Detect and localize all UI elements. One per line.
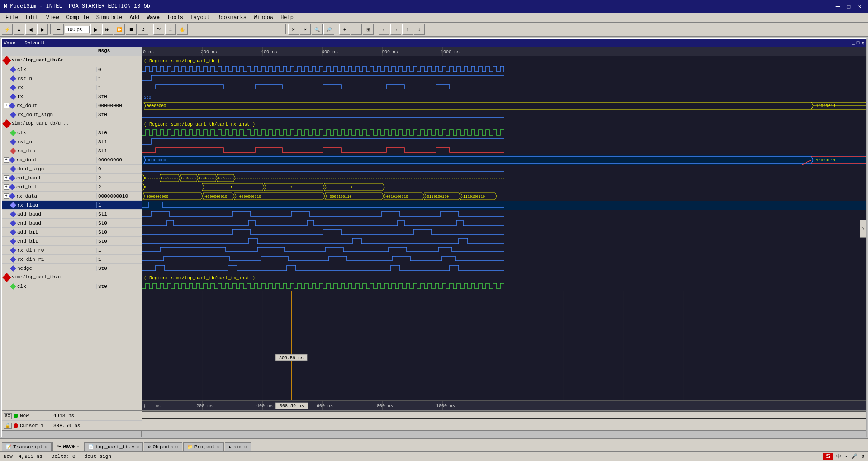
rxdata-expand[interactable]: + bbox=[4, 193, 9, 199]
sig-row-cntbit[interactable]: + cnt_bit 2 bbox=[2, 183, 142, 192]
tb-wave-btn[interactable]: 〜 bbox=[153, 24, 164, 35]
menu-layout[interactable]: Layout bbox=[187, 14, 213, 22]
waveform-svg[interactable]: 0 ns 200 ns 400 ns 600 ns 800 ns 1000 ns bbox=[142, 47, 866, 400]
now-controls[interactable]: ax Now bbox=[2, 413, 52, 419]
tb-arrow2-btn[interactable]: → bbox=[390, 24, 401, 35]
tb-wave2-btn[interactable]: ≈ bbox=[165, 24, 176, 35]
menu-wave[interactable]: Wave bbox=[143, 14, 163, 22]
tb-arrow1-btn[interactable]: ← bbox=[379, 24, 389, 35]
tb-arrow4-btn[interactable]: ↓ bbox=[414, 24, 425, 35]
group-row-2[interactable]: sim:/top_uart_tb/u... bbox=[2, 119, 142, 128]
tab-wave[interactable]: 〜 Wave ✕ bbox=[52, 442, 83, 451]
tb-zoomout-btn[interactable]: - bbox=[351, 24, 362, 35]
tab-wave-close[interactable]: ✕ bbox=[76, 444, 79, 449]
sig-row-rstn2[interactable]: rst_n St1 bbox=[2, 137, 142, 146]
tb-zoomin-btn[interactable]: + bbox=[339, 24, 350, 35]
sig-row-clk2[interactable]: clk St0 bbox=[2, 128, 142, 137]
tb-zoom-btn[interactable]: 🔍 bbox=[312, 24, 323, 35]
tab-project[interactable]: 📁 Project ✕ bbox=[183, 442, 224, 451]
menu-bookmarks[interactable]: Bookmarks bbox=[213, 14, 250, 22]
minimize-button[interactable]: — bbox=[833, 2, 842, 11]
tab-sim[interactable]: ▶ sim ✕ bbox=[225, 442, 251, 451]
tb-run-btn[interactable]: ▶ bbox=[90, 24, 101, 35]
rxdout2-expand[interactable]: + bbox=[4, 157, 9, 163]
cntbaud-expand[interactable]: + bbox=[4, 175, 9, 181]
menu-view[interactable]: View bbox=[43, 14, 63, 22]
menu-edit[interactable]: Edit bbox=[22, 14, 43, 22]
sig-row-doutsign[interactable]: dout_sign 0 bbox=[2, 165, 142, 174]
tb-step-btn[interactable]: ⏭ bbox=[102, 24, 113, 35]
sig-row-tx1[interactable]: tx St0 bbox=[2, 92, 142, 101]
group-row-3[interactable]: sim:/top_uart_tb/u... bbox=[2, 273, 142, 282]
tb-zoomfit-btn[interactable]: ⊞ bbox=[363, 24, 374, 35]
tb-stop-btn[interactable]: ⏹ bbox=[126, 24, 137, 35]
menu-help[interactable]: Help bbox=[277, 14, 297, 22]
group-row-1[interactable]: sim:/top_uart_tb/Gr... bbox=[2, 56, 142, 65]
tb-arrow3-btn[interactable]: ↑ bbox=[402, 24, 413, 35]
sig-row-nedge[interactable]: nedge St0 bbox=[2, 264, 142, 273]
sig-row-rxdoutsign1[interactable]: rx_dout_sign St0 bbox=[2, 110, 142, 119]
tab-project-close[interactable]: ✕ bbox=[217, 444, 220, 450]
sig-row-clk1[interactable]: clk 0 bbox=[2, 65, 142, 74]
sig-row-rstn1[interactable]: rst_n 1 bbox=[2, 74, 142, 83]
sig-row-rxdinr1[interactable]: rx_din_r1 1 bbox=[2, 255, 142, 264]
left-scrollbar[interactable] bbox=[2, 431, 142, 437]
sig-row-rxdout2[interactable]: + rx_dout 00000000 bbox=[2, 155, 142, 165]
tab-sim-close[interactable]: ✕ bbox=[244, 444, 247, 450]
wave-win-min[interactable]: _ bbox=[852, 40, 855, 46]
menu-simulate[interactable]: Simulate bbox=[93, 14, 126, 22]
right-scroll-track[interactable] bbox=[142, 431, 866, 437]
sig-row-rxdout1[interactable]: + rx_dout 00000000 bbox=[2, 101, 142, 110]
left-scroll-track[interactable] bbox=[2, 431, 142, 437]
window-controls[interactable]: — ❐ ✕ bbox=[833, 2, 864, 11]
tb-zoom2-btn[interactable]: 🔎 bbox=[323, 24, 334, 35]
sig-row-rxdinr0[interactable]: rx_din_r0 1 bbox=[2, 246, 142, 255]
waveform-svg-container[interactable]: 0 ns 200 ns 400 ns 600 ns 800 ns 1000 ns bbox=[142, 47, 866, 400]
h-scrollbar[interactable] bbox=[142, 418, 866, 424]
sig-row-addbit[interactable]: add_bit St0 bbox=[2, 228, 142, 237]
tab-top-uart-close[interactable]: ✕ bbox=[136, 444, 139, 450]
tab-objects[interactable]: ⚙ Objects ✕ bbox=[144, 442, 182, 451]
sig-row-clk3[interactable]: clk St0 bbox=[2, 282, 142, 291]
panel-collapse-btn[interactable]: ❯ bbox=[860, 220, 866, 238]
wave-win-controls[interactable]: _ □ ✕ bbox=[852, 40, 864, 46]
tb-cursor2-btn[interactable]: ✂ bbox=[300, 24, 311, 35]
close-button[interactable]: ✕ bbox=[855, 2, 864, 11]
tb-cursor1-btn[interactable]: ✂ bbox=[288, 24, 299, 35]
cursor1-controls[interactable]: 🔒 Cursor 1 bbox=[2, 423, 52, 429]
tb-back-btn[interactable]: ◀ bbox=[25, 24, 36, 35]
restore-button[interactable]: ❐ bbox=[844, 2, 853, 11]
tb-connect-btn[interactable]: ⚡ bbox=[2, 24, 13, 35]
sig-row-rxdin[interactable]: rx_din St1 bbox=[2, 146, 142, 155]
tab-transcript[interactable]: 📝 Transcript ✕ bbox=[2, 442, 52, 451]
menu-add[interactable]: Add bbox=[126, 14, 143, 22]
right-scrollbar[interactable] bbox=[142, 431, 866, 437]
tb-list-btn[interactable]: ☰ bbox=[53, 24, 64, 35]
menu-compile[interactable]: Compile bbox=[62, 14, 92, 22]
tb-step2-btn[interactable]: ⏩ bbox=[114, 24, 125, 35]
sig-row-rxflag[interactable]: rx_flag 1 bbox=[2, 201, 142, 210]
tab-objects-close[interactable]: ✕ bbox=[175, 444, 178, 450]
tab-transcript-close[interactable]: ✕ bbox=[45, 444, 47, 450]
menu-window[interactable]: Window bbox=[250, 14, 277, 22]
ax-toggle[interactable]: ax bbox=[4, 413, 12, 419]
sig-row-addbaud[interactable]: add_baud St1 bbox=[2, 210, 142, 219]
sig-row-cntbaud[interactable]: + cnt_baud 2 bbox=[2, 174, 142, 183]
tab-top-uart[interactable]: 📄 top_uart_tb.v ✕ bbox=[84, 442, 143, 451]
sig-row-rxdata[interactable]: + rx_data 0000000010 bbox=[2, 192, 142, 201]
wave-win-max[interactable]: □ bbox=[857, 40, 860, 46]
rxdout1-expand[interactable]: + bbox=[4, 103, 9, 108]
sig-row-endbit[interactable]: end_bit St0 bbox=[2, 237, 142, 246]
time-input[interactable] bbox=[65, 26, 90, 33]
cntbit-expand[interactable]: + bbox=[4, 184, 9, 190]
tb-restart-btn[interactable]: ↺ bbox=[138, 24, 148, 35]
menu-tools[interactable]: Tools bbox=[163, 14, 187, 22]
tb-hand-btn[interactable]: ✋ bbox=[177, 24, 188, 35]
sig-row-rx1[interactable]: rx 1 bbox=[2, 83, 142, 92]
lock-icon[interactable]: 🔒 bbox=[4, 423, 12, 429]
sig-row-endbaud[interactable]: end_baud St0 bbox=[2, 219, 142, 228]
wave-win-close[interactable]: ✕ bbox=[861, 40, 864, 46]
tb-fwd-btn[interactable]: ▶ bbox=[37, 24, 48, 35]
tb-up-btn[interactable]: ▲ bbox=[14, 24, 24, 35]
menu-file[interactable]: File bbox=[2, 14, 22, 22]
